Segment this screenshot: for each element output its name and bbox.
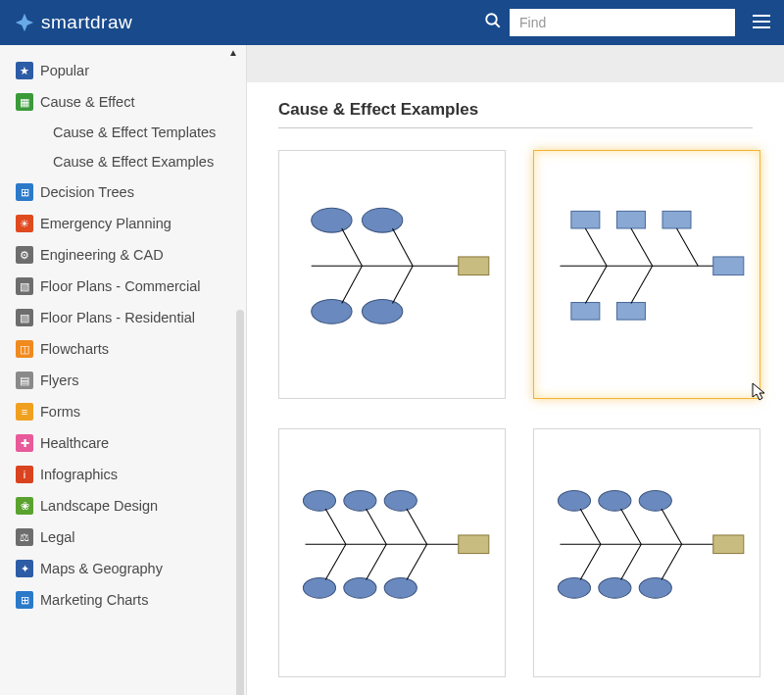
svg-line-36 (325, 509, 346, 544)
alert-icon: ☀ (16, 215, 33, 232)
svg-line-41 (406, 545, 426, 580)
scale-icon: ⚖ (16, 528, 33, 546)
svg-point-45 (598, 491, 630, 512)
sidebar-item-popular[interactable]: ★Popular (0, 55, 246, 86)
leaf-icon: ❀ (16, 497, 33, 515)
sidebar-list: ★Popular▦Cause & EffectCause & Effect Te… (0, 45, 246, 616)
scroll-up-icon[interactable]: ▲ (228, 47, 238, 58)
svg-point-10 (311, 300, 351, 324)
svg-rect-43 (712, 535, 743, 554)
sidebar-item-label: Floor Plans - Commercial (40, 278, 201, 294)
sidebar-item-cause-effect[interactable]: ▦Cause & Effect (0, 86, 246, 118)
category-sidebar: ▲ ★Popular▦Cause & EffectCause & Effect … (0, 45, 247, 695)
svg-line-2 (495, 23, 500, 27)
svg-rect-4 (753, 21, 770, 23)
sidebar-item-healthcare[interactable]: ✚Healthcare (0, 427, 246, 459)
svg-line-53 (580, 545, 601, 580)
sidebar-item-forms[interactable]: ≡Forms (0, 396, 246, 427)
svg-rect-17 (712, 257, 743, 275)
svg-point-30 (303, 491, 335, 512)
search-input[interactable] (510, 9, 735, 36)
svg-point-44 (558, 491, 590, 512)
svg-point-9 (362, 209, 402, 233)
svg-point-48 (598, 578, 630, 599)
svg-point-35 (384, 578, 416, 599)
svg-line-24 (630, 228, 652, 266)
sidebar-item-label: Popular (40, 63, 89, 78)
app-header: smartdraw (0, 0, 784, 45)
content-pane: Cause & Effect Examples (247, 45, 784, 695)
sidebar-item-label: Flyers (40, 372, 78, 388)
svg-line-13 (392, 228, 413, 266)
svg-line-55 (661, 545, 681, 580)
svg-point-1 (486, 14, 497, 25)
sidebar-item-label: Cause & Effect Templates (53, 124, 216, 140)
cursor-icon (752, 382, 767, 406)
sidebar-item-flowcharts[interactable]: ◫Flowcharts (0, 333, 246, 365)
sidebar-item-flyers[interactable]: ▤Flyers (0, 365, 246, 396)
svg-line-38 (406, 509, 426, 544)
plan-icon: ▧ (16, 309, 33, 326)
svg-point-33 (303, 578, 335, 599)
sidebar-item-cause-effect-templates[interactable]: Cause & Effect Templates (0, 118, 246, 147)
map-icon: ✦ (16, 560, 33, 577)
svg-line-37 (366, 509, 386, 544)
svg-point-34 (343, 578, 375, 599)
main-area: ▲ ★Popular▦Cause & EffectCause & Effect … (0, 45, 784, 695)
sidebar-item-decision-trees[interactable]: ⊞Decision Trees (0, 176, 246, 208)
sidebar-item-label: Emergency Planning (40, 216, 172, 231)
sidebar-item-maps-geography[interactable]: ✦Maps & Geography (0, 553, 246, 584)
sidebar-item-landscape-design[interactable]: ❀Landscape Design (0, 490, 246, 521)
content-topbar (247, 45, 784, 82)
svg-point-31 (343, 491, 375, 512)
sidebar-item-label: Marketing Charts (40, 592, 148, 608)
sidebar-item-engineering-cad[interactable]: ⚙Engineering & CAD (0, 239, 246, 271)
svg-marker-0 (16, 14, 33, 31)
svg-line-52 (661, 509, 681, 544)
sidebar-item-label: Floor Plans - Residential (40, 310, 195, 325)
template-card[interactable] (533, 428, 760, 677)
svg-point-49 (639, 578, 671, 599)
sidebar-item-cause-effect-examples[interactable]: Cause & Effect Examples (0, 147, 246, 176)
flow-icon: ◫ (16, 340, 33, 358)
svg-line-25 (676, 228, 698, 266)
sidebar-item-label: Flowcharts (40, 341, 109, 357)
sidebar-item-legal[interactable]: ⚖Legal (0, 521, 246, 553)
sidebar-item-label: Engineering & CAD (40, 247, 164, 263)
section-title: Cause & Effect Examples (278, 100, 753, 128)
sidebar-item-floor-plans-residential[interactable]: ▧Floor Plans - Residential (0, 302, 246, 333)
plan-icon: ▧ (16, 277, 33, 295)
template-card[interactable] (533, 150, 760, 399)
sidebar-item-label: Maps & Geography (40, 561, 163, 576)
sidebar-item-label: Landscape Design (40, 498, 158, 514)
svg-point-11 (362, 300, 402, 324)
info-icon: i (16, 466, 33, 483)
sidebar-item-label: Decision Trees (40, 184, 134, 200)
brand-logo: smartdraw (14, 12, 132, 33)
sidebar-item-label: Cause & Effect Examples (53, 154, 214, 170)
svg-rect-29 (458, 535, 488, 554)
scrollbar-track[interactable] (236, 310, 244, 695)
sidebar-item-label: Cause & Effect (40, 94, 134, 110)
template-card[interactable] (278, 428, 506, 677)
sidebar-item-infographics[interactable]: iInfographics (0, 459, 246, 490)
sidebar-item-label: Forms (40, 404, 80, 420)
template-thumbnail (291, 478, 494, 626)
star-icon: ★ (16, 62, 33, 79)
search-icon[interactable] (484, 12, 502, 34)
sidebar-item-label: Legal (40, 529, 74, 545)
svg-line-23 (585, 228, 607, 266)
template-thumbnail (546, 478, 749, 626)
grid-icon: ▦ (16, 93, 33, 111)
svg-rect-21 (570, 303, 599, 321)
template-thumbnail (291, 200, 494, 348)
hamburger-menu-button[interactable] (753, 13, 770, 33)
sidebar-item-floor-plans-commercial[interactable]: ▧Floor Plans - Commercial (0, 271, 246, 302)
plus-icon: ✚ (16, 434, 33, 452)
search-group (484, 9, 735, 36)
sidebar-item-marketing-charts[interactable]: ⊞Marketing Charts (0, 584, 246, 616)
svg-line-50 (580, 509, 601, 544)
sidebar-item-emergency-planning[interactable]: ☀Emergency Planning (0, 208, 246, 239)
template-card[interactable] (278, 150, 506, 399)
svg-line-26 (585, 267, 607, 304)
